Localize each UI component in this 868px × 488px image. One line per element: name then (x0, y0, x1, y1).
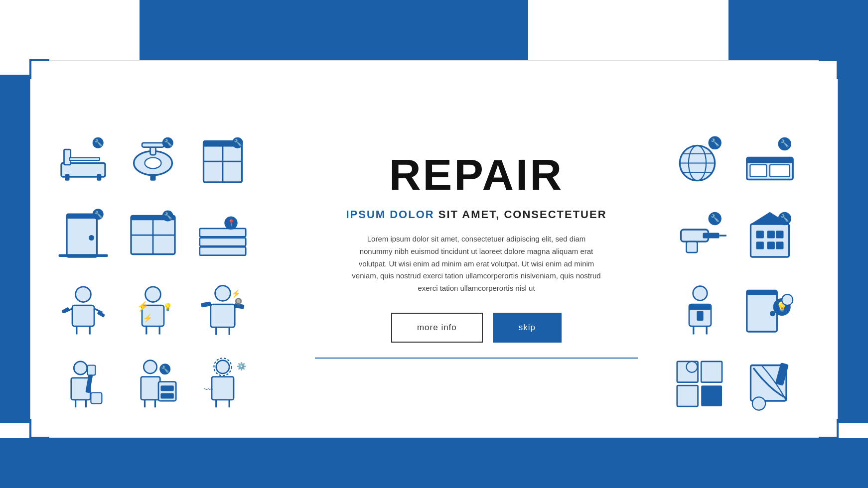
svg-rect-127 (677, 385, 698, 406)
svg-text:🔧: 🔧 (780, 139, 789, 148)
icon-window-cleaning (737, 350, 802, 419)
icon-painter (51, 350, 116, 419)
svg-rect-54 (211, 304, 235, 327)
subtitle-colored: IPSUM DOLOR (346, 208, 434, 221)
svg-rect-98 (703, 233, 720, 239)
icon-technician: ⚡ 🔘 (190, 275, 255, 345)
svg-point-113 (693, 286, 708, 301)
svg-rect-72 (160, 393, 173, 399)
svg-point-132 (752, 397, 765, 410)
svg-point-129 (687, 362, 698, 372)
icon-bathtub: 🔧 (51, 125, 116, 195)
svg-text:💡: 💡 (163, 302, 173, 312)
buttons-row: more info skip (391, 313, 562, 343)
svg-rect-120 (747, 291, 777, 295)
svg-rect-109 (776, 242, 783, 249)
svg-text:🔘: 🔘 (235, 297, 243, 305)
svg-text:⚡: ⚡ (231, 289, 241, 298)
corner-bracket-bl (29, 419, 49, 439)
svg-rect-69 (141, 377, 160, 400)
svg-rect-39 (72, 305, 94, 326)
svg-text:🔧: 🔧 (161, 365, 169, 373)
svg-text:🔧: 🔧 (780, 214, 789, 223)
svg-point-46 (145, 287, 161, 302)
bottom-blue-bar (0, 438, 868, 488)
icon-tiling (668, 350, 732, 419)
svg-point-38 (76, 287, 91, 302)
svg-rect-106 (776, 231, 783, 238)
svg-rect-21 (67, 214, 97, 219)
main-title: REPAIR (389, 149, 564, 200)
svg-text:〰: 〰 (204, 385, 213, 395)
svg-rect-104 (756, 231, 764, 238)
subtitle: IPSUM DOLOR SIT AMET, CONSECTETUER (346, 208, 606, 221)
svg-rect-92 (747, 158, 793, 163)
svg-rect-94 (770, 165, 790, 177)
icon-sink: 🔧 (121, 125, 185, 195)
svg-rect-128 (701, 385, 722, 406)
icon-window2: 🔧 (121, 200, 185, 270)
svg-text:🔧: 🔧 (711, 214, 720, 223)
svg-text:⚙️: ⚙️ (237, 362, 247, 371)
corner-bracket-tl (29, 59, 49, 79)
svg-point-53 (215, 286, 231, 301)
subtitle-normal: SIT AMET, CONSECTETUER (438, 208, 607, 221)
svg-text:📍: 📍 (227, 219, 236, 227)
main-card: 🔧 🔧 🔧 (30, 60, 838, 438)
icon-kitchen: 🔧 (737, 125, 802, 195)
more-info-button[interactable]: more info (391, 313, 483, 343)
svg-rect-64 (88, 366, 95, 375)
svg-point-23 (89, 235, 94, 241)
svg-rect-78 (212, 377, 234, 400)
svg-rect-65 (91, 393, 102, 404)
icon-drill: 🔧 (668, 200, 732, 270)
svg-rect-9 (142, 143, 164, 147)
svg-rect-105 (767, 231, 775, 238)
svg-rect-99 (687, 242, 698, 252)
svg-text:🔧: 🔧 (164, 138, 172, 147)
svg-rect-107 (756, 242, 764, 249)
svg-text:🔧: 🔧 (164, 212, 172, 220)
bottom-divider (315, 358, 638, 359)
icon-worker2 (668, 275, 732, 345)
icon-plumber: ⚙️ 〰 (190, 350, 255, 419)
icon-electrician: ⚡ 💡 ⚡ (121, 275, 185, 345)
svg-text:🔧: 🔧 (94, 138, 103, 147)
right-blue-stripe (838, 75, 868, 423)
svg-rect-10 (150, 174, 156, 181)
icon-window1: 🔧 (190, 125, 255, 195)
svg-point-11 (145, 158, 161, 169)
svg-point-124 (782, 294, 793, 305)
left-blue-stripe (0, 75, 30, 423)
svg-text:🔧: 🔧 (234, 138, 242, 147)
svg-text:🔧: 🔧 (711, 138, 720, 147)
icon-worker1 (51, 275, 116, 345)
svg-point-77 (216, 361, 229, 373)
svg-point-68 (144, 361, 156, 373)
corner-bracket-tr (819, 59, 839, 79)
icon-globe-plumbing: 🔧 (668, 125, 732, 195)
svg-rect-93 (750, 165, 766, 177)
svg-rect-118 (697, 311, 703, 321)
icon-repair-door: 💡 (737, 275, 802, 345)
svg-rect-34 (200, 247, 246, 255)
svg-rect-1 (64, 149, 71, 165)
svg-text:🔧: 🔧 (94, 210, 103, 219)
icon-furniture: 🔧 (121, 350, 185, 419)
svg-rect-2 (70, 158, 100, 161)
corner-bracket-br (819, 419, 839, 439)
svg-rect-103 (751, 224, 789, 257)
svg-text:⚡: ⚡ (137, 300, 149, 312)
svg-rect-4 (65, 174, 70, 181)
svg-rect-108 (767, 242, 775, 249)
svg-rect-24 (59, 254, 108, 257)
svg-rect-33 (200, 238, 246, 246)
svg-rect-35 (200, 229, 246, 237)
description-text: Lorem ipsum dolor sit amet, consectetuer… (352, 233, 601, 295)
svg-rect-115 (689, 304, 711, 310)
skip-button[interactable]: skip (493, 313, 562, 343)
svg-rect-3 (97, 174, 102, 181)
svg-rect-55 (201, 301, 211, 307)
icon-floor: 📍 (190, 200, 255, 270)
svg-rect-126 (701, 362, 722, 382)
